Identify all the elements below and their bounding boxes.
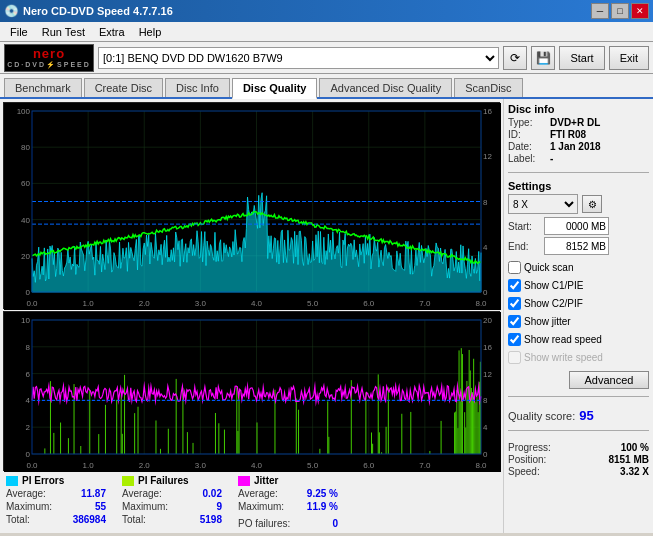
- title-bar-left: 💿 Nero CD-DVD Speed 4.7.7.16: [4, 4, 173, 18]
- position-row: Position: 8151 MB: [508, 454, 649, 465]
- jitter-max: Maximum: 11.9 %: [238, 501, 338, 512]
- menu-help[interactable]: Help: [133, 25, 168, 39]
- jitter-color: [238, 476, 250, 486]
- tab-create-disc[interactable]: Create Disc: [84, 78, 163, 97]
- progress-row: Progress: 100 %: [508, 442, 649, 453]
- tab-benchmark[interactable]: Benchmark: [4, 78, 82, 97]
- pi-failures-max: Maximum: 9: [122, 501, 222, 512]
- divider-2: [508, 396, 649, 397]
- show-read-speed-label[interactable]: Show read speed: [524, 334, 602, 345]
- disc-id-row: ID: FTI R08: [508, 129, 649, 140]
- stats-area: PI Errors Average: 11.87 Maximum: 55 Tot…: [0, 471, 503, 533]
- app-icon: 💿: [4, 4, 19, 18]
- pi-failures-average: Average: 0.02: [122, 488, 222, 499]
- quick-scan-label[interactable]: Quick scan: [524, 262, 573, 273]
- bottom-chart: [3, 311, 500, 471]
- po-failures: PO failures: 0: [238, 518, 338, 529]
- pi-errors-max: Maximum: 55: [6, 501, 106, 512]
- pi-errors-color: [6, 476, 18, 486]
- start-button[interactable]: Start: [559, 46, 604, 70]
- pi-errors-header: PI Errors: [6, 475, 106, 486]
- top-chart: [3, 102, 500, 309]
- right-panel: Disc info Type: DVD+R DL ID: FTI R08 Dat…: [503, 99, 653, 533]
- tab-advanced-disc-quality[interactable]: Advanced Disc Quality: [319, 78, 452, 97]
- menu-file[interactable]: File: [4, 25, 34, 39]
- jitter-header: Jitter: [238, 475, 338, 486]
- menu-bar: File Run Test Extra Help: [0, 22, 653, 42]
- quality-score-row: Quality score: 95: [508, 408, 649, 423]
- title-bar-text: Nero CD-DVD Speed 4.7.7.16: [23, 5, 173, 17]
- menu-extra[interactable]: Extra: [93, 25, 131, 39]
- tabs-bar: Benchmark Create Disc Disc Info Disc Qua…: [0, 74, 653, 99]
- show-c2pif-label[interactable]: Show C2/PIF: [524, 298, 583, 309]
- start-input[interactable]: [544, 217, 609, 235]
- divider-3: [508, 430, 649, 431]
- show-read-speed-row: Show read speed: [508, 333, 649, 346]
- pi-failures-total: Total: 5198: [122, 514, 222, 525]
- app-logo: nero CD·DVD⚡SPEED: [4, 44, 94, 72]
- tab-scan-disc[interactable]: ScanDisc: [454, 78, 522, 97]
- show-c2pif-row: Show C2/PIF: [508, 297, 649, 310]
- jitter-average: Average: 9.25 %: [238, 488, 338, 499]
- jitter-stats: Jitter Average: 9.25 % Maximum: 11.9 % P…: [238, 475, 338, 529]
- end-input[interactable]: [544, 237, 609, 255]
- maximize-button[interactable]: □: [611, 3, 629, 19]
- minimize-button[interactable]: ─: [591, 3, 609, 19]
- disc-type-row: Type: DVD+R DL: [508, 117, 649, 128]
- disc-label-row: Label: -: [508, 153, 649, 164]
- title-bar: 💿 Nero CD-DVD Speed 4.7.7.16 ─ □ ✕: [0, 0, 653, 22]
- settings-section: Settings 8 X ⚙ Start: End:: [508, 180, 649, 257]
- show-c1pie-label[interactable]: Show C1/PIE: [524, 280, 583, 291]
- start-mb-row: Start:: [508, 217, 649, 235]
- show-read-speed-checkbox[interactable]: [508, 333, 521, 346]
- save-button[interactable]: 💾: [531, 46, 555, 70]
- disc-date-row: Date: 1 Jan 2018: [508, 141, 649, 152]
- show-write-speed-checkbox[interactable]: [508, 351, 521, 364]
- disc-info-section: Disc info Type: DVD+R DL ID: FTI R08 Dat…: [508, 103, 649, 165]
- pi-failures-color: [122, 476, 134, 486]
- advanced-button[interactable]: Advanced: [569, 371, 649, 389]
- speed-selector[interactable]: 8 X: [508, 194, 578, 214]
- pi-errors-stats: PI Errors Average: 11.87 Maximum: 55 Tot…: [6, 475, 106, 529]
- pi-failures-header: PI Failures: [122, 475, 222, 486]
- pi-errors-total: Total: 386984: [6, 514, 106, 525]
- toolbar: nero CD·DVD⚡SPEED [0:1] BENQ DVD DD DW16…: [0, 42, 653, 74]
- drive-selector[interactable]: [0:1] BENQ DVD DD DW1620 B7W9: [98, 47, 499, 69]
- divider-1: [508, 172, 649, 173]
- show-jitter-row: Show jitter: [508, 315, 649, 328]
- show-write-speed-label[interactable]: Show write speed: [524, 352, 603, 363]
- speed-settings-row: 8 X ⚙: [508, 194, 649, 214]
- exit-button[interactable]: Exit: [609, 46, 649, 70]
- quick-scan-row: Quick scan: [508, 261, 649, 274]
- tab-disc-quality[interactable]: Disc Quality: [232, 78, 318, 99]
- show-c1pie-checkbox[interactable]: [508, 279, 521, 292]
- close-button[interactable]: ✕: [631, 3, 649, 19]
- show-c2pif-checkbox[interactable]: [508, 297, 521, 310]
- progress-section: Progress: 100 % Position: 8151 MB Speed:…: [508, 442, 649, 478]
- disc-info-title: Disc info: [508, 103, 649, 115]
- refresh-button[interactable]: ⟳: [503, 46, 527, 70]
- show-jitter-checkbox[interactable]: [508, 315, 521, 328]
- charts-container: [3, 102, 500, 471]
- chart-panel: PI Errors Average: 11.87 Maximum: 55 Tot…: [0, 99, 503, 533]
- pi-errors-average: Average: 11.87: [6, 488, 106, 499]
- show-c1pie-row: Show C1/PIE: [508, 279, 649, 292]
- main-content: PI Errors Average: 11.87 Maximum: 55 Tot…: [0, 99, 653, 533]
- menu-run-test[interactable]: Run Test: [36, 25, 91, 39]
- quick-scan-checkbox[interactable]: [508, 261, 521, 274]
- tab-disc-info[interactable]: Disc Info: [165, 78, 230, 97]
- settings-icon-button[interactable]: ⚙: [582, 195, 602, 213]
- title-bar-controls: ─ □ ✕: [591, 3, 649, 19]
- speed-row: Speed: 3.32 X: [508, 466, 649, 477]
- pi-failures-stats: PI Failures Average: 0.02 Maximum: 9 Tot…: [122, 475, 222, 529]
- show-jitter-label[interactable]: Show jitter: [524, 316, 571, 327]
- top-chart-canvas: [4, 103, 501, 310]
- bottom-chart-canvas: [4, 312, 501, 472]
- settings-title: Settings: [508, 180, 649, 192]
- end-mb-row: End:: [508, 237, 649, 255]
- show-write-speed-row: Show write speed: [508, 351, 649, 364]
